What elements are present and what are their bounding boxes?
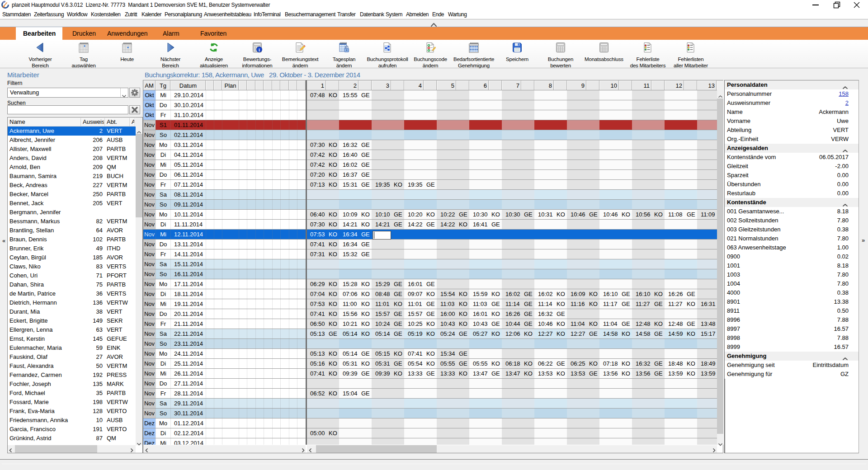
svg-text:i: i — [259, 47, 260, 52]
